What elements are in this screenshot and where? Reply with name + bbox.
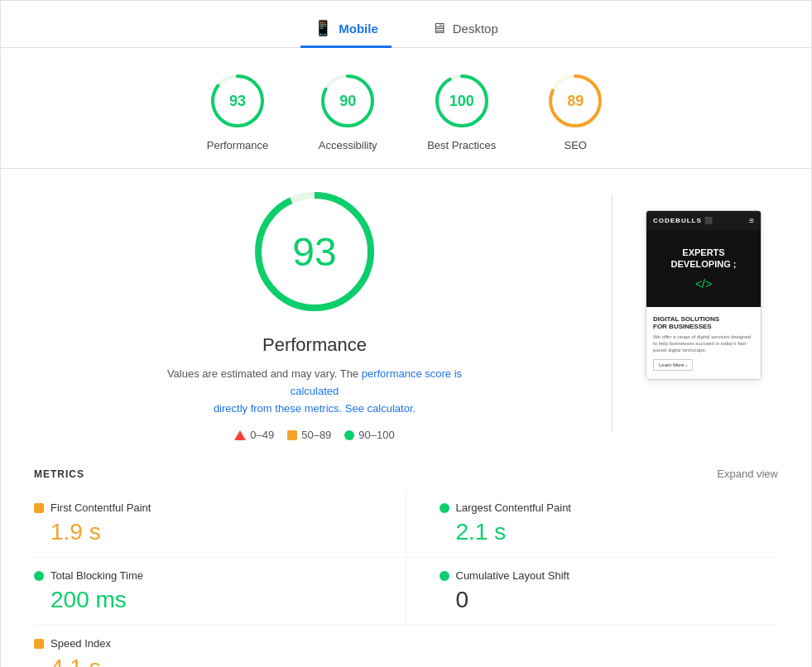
si-value: 4.1 s [34, 655, 373, 667]
right-panel: CODEBULLS ⬛ ≡ EXPERTSDEVELOPING ; </> DI… [629, 185, 778, 441]
score-seo: 89 SEO [545, 71, 605, 151]
score-label-performance: Performance [207, 139, 268, 151]
fcp-dot-icon [34, 503, 44, 513]
tbt-dot-icon [34, 571, 44, 581]
score-circle-best-practices: 100 [432, 71, 492, 131]
metric-fcp-label-row: First Contentful Paint [34, 501, 372, 514]
big-score-value: 93 [292, 229, 336, 275]
score-performance: 93 Performance [207, 71, 268, 151]
page-wrapper: 📱 Mobile 🖥 Desktop 93 Performance [0, 0, 812, 667]
legend-green-label: 90–100 [358, 429, 394, 441]
tbt-label: Total Blocking Time [50, 569, 143, 582]
metric-lcp-label-row: Largest Contentful Paint [440, 501, 779, 514]
metric-lcp: Largest Contentful Paint 2.1 s [406, 490, 779, 558]
scores-section: 93 Performance 90 Accessibility [1, 48, 811, 169]
tab-desktop[interactable]: 🖥 Desktop [418, 12, 512, 48]
phone-preview: CODEBULLS ⬛ ≡ EXPERTSDEVELOPING ; </> DI… [646, 210, 762, 380]
metric-fcp: First Contentful Paint 1.9 s [34, 490, 406, 558]
lcp-label: Largest Contentful Paint [456, 501, 571, 514]
phone-menu-icon: ≡ [749, 216, 754, 225]
phone-lower-title: DIGITAL SOLUTIONSFOR BUSINESSES [653, 315, 754, 330]
score-value-accessibility: 90 [339, 93, 356, 110]
performance-title: Performance [262, 334, 367, 356]
metrics-section: METRICS Expand view First Contentful Pai… [1, 458, 811, 667]
score-best-practices: 100 Best Practices [427, 71, 496, 151]
orange-icon [287, 430, 297, 440]
legend-orange: 50–89 [287, 429, 331, 441]
tbt-value: 200 ms [34, 587, 372, 613]
phone-logo: CODEBULLS ⬛ [653, 217, 714, 224]
score-circle-seo: 89 [545, 71, 605, 131]
metric-si-label-row: Speed Index [34, 637, 373, 650]
phone-hero-code: </> [655, 277, 752, 290]
score-label-accessibility: Accessibility [319, 139, 377, 151]
mobile-icon: 📱 [314, 19, 332, 37]
vertical-divider [612, 194, 613, 433]
score-label-best-practices: Best Practices [427, 139, 496, 151]
phone-header: CODEBULLS ⬛ ≡ [646, 211, 761, 230]
si-label: Speed Index [50, 637, 111, 650]
score-value-seo: 89 [567, 93, 584, 110]
tabs-bar: 📱 Mobile 🖥 Desktop [1, 1, 811, 48]
expand-view-button[interactable]: Expand view [717, 468, 778, 480]
metric-si: Speed Index 4.1 s [34, 626, 406, 667]
metric-cls-label-row: Cumulative Layout Shift [440, 569, 779, 582]
metric-tbt: Total Blocking Time 200 ms [34, 558, 406, 626]
cls-value: 0 [440, 587, 779, 613]
fcp-label: First Contentful Paint [50, 501, 151, 514]
tab-mobile-label: Mobile [339, 22, 378, 36]
legend-red: 0–49 [234, 429, 274, 441]
red-icon [234, 430, 246, 440]
metric-cls: Cumulative Layout Shift 0 [406, 558, 779, 626]
score-value-performance: 93 [229, 93, 246, 110]
desktop-icon: 🖥 [431, 20, 446, 37]
left-panel: 93 Performance Values are estimated and … [34, 185, 595, 441]
phone-lower: DIGITAL SOLUTIONSFOR BUSINESSES We offer… [646, 307, 761, 379]
cls-dot-icon [440, 571, 449, 581]
score-accessibility: 90 Accessibility [318, 71, 377, 151]
big-score-circle: 93 [248, 185, 381, 318]
disclaimer-text: Values are estimated and may vary. The p… [157, 366, 472, 417]
tab-mobile[interactable]: 📱 Mobile [300, 11, 392, 48]
legend-green: 90–100 [344, 429, 394, 441]
score-circle-accessibility: 90 [318, 71, 377, 131]
lcp-value: 2.1 s [440, 519, 779, 545]
score-label-seo: SEO [565, 139, 587, 151]
phone-hero-title: EXPERTSDEVELOPING ; [655, 247, 752, 271]
score-circle-performance: 93 [208, 71, 267, 131]
tab-desktop-label: Desktop [453, 22, 498, 36]
main-content: 93 Performance Values are estimated and … [1, 169, 811, 458]
fcp-value: 1.9 s [34, 519, 372, 545]
legend-red-label: 0–49 [250, 429, 274, 441]
green-icon [344, 430, 354, 440]
lcp-dot-icon [440, 503, 449, 513]
phone-hero: EXPERTSDEVELOPING ; </> [646, 230, 761, 307]
metrics-grid: First Contentful Paint 1.9 s Largest Con… [34, 490, 778, 667]
cls-label: Cumulative Layout Shift [456, 569, 569, 582]
metric-tbt-label-row: Total Blocking Time [34, 569, 372, 582]
metrics-header: METRICS Expand view [34, 458, 778, 490]
si-dot-icon [34, 639, 44, 649]
perf-score-link[interactable]: performance score is calculateddirectly … [214, 367, 462, 415]
phone-cta-button[interactable]: Learn More › [653, 359, 693, 371]
legend-orange-label: 50–89 [301, 429, 331, 441]
legend: 0–49 50–89 90–100 [234, 429, 394, 441]
calculator-link[interactable]: See calculator. [345, 402, 416, 415]
phone-lower-text: We offer a range of digital services des… [653, 334, 754, 354]
metrics-title: METRICS [34, 468, 84, 480]
score-value-best-practices: 100 [449, 93, 474, 110]
